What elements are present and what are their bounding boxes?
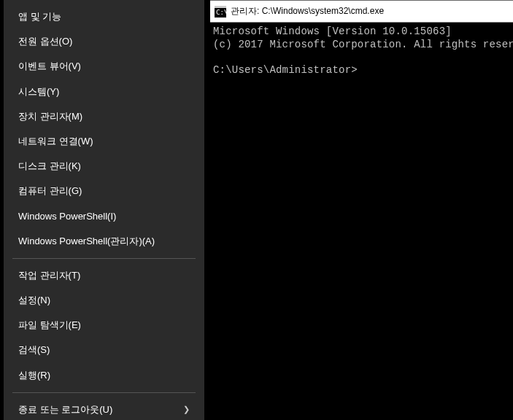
menu-label: 실행(R) bbox=[18, 369, 50, 382]
menu-label: 종료 또는 로그아웃(U) bbox=[18, 403, 112, 416]
menu-label: 전원 옵션(O) bbox=[18, 35, 72, 48]
menu-item-powershell-admin[interactable]: Windows PowerShell(관리자)(A) bbox=[4, 229, 204, 254]
menu-item-computer-management[interactable]: 컴퓨터 관리(G) bbox=[4, 179, 204, 203]
menu-item-shutdown-signout[interactable]: 종료 또는 로그아웃(U) ❯ bbox=[4, 397, 204, 420]
menu-label: 디스크 관리(K) bbox=[18, 160, 81, 173]
menu-label: 이벤트 뷰어(V) bbox=[18, 60, 81, 73]
menu-label: Windows PowerShell(관리자)(A) bbox=[18, 235, 155, 248]
menu-item-device-manager[interactable]: 장치 관리자(M) bbox=[4, 104, 204, 129]
menu-label: 검색(S) bbox=[18, 343, 50, 357]
menu-item-settings[interactable]: 설정(N) bbox=[4, 288, 204, 313]
cmd-window: C:\ 관리자: C:\Windows\system32\cmd.exe Mic… bbox=[210, 0, 513, 420]
menu-item-disk-management[interactable]: 디스크 관리(K) bbox=[4, 154, 204, 179]
cmd-titlebar[interactable]: C:\ 관리자: C:\Windows\system32\cmd.exe bbox=[210, 1, 513, 23]
menu-item-search[interactable]: 검색(S) bbox=[4, 338, 204, 362]
menu-label: 시스템(Y) bbox=[18, 85, 59, 98]
menu-item-powershell[interactable]: Windows PowerShell(I) bbox=[4, 204, 204, 229]
cmd-icon: C:\ bbox=[215, 6, 226, 18]
winx-menu: 앱 및 기능 전원 옵션(O) 이벤트 뷰어(V) 시스템(Y) 장치 관리자(… bbox=[4, 0, 204, 420]
menu-label: 장치 관리자(M) bbox=[18, 110, 82, 123]
menu-item-power-options[interactable]: 전원 옵션(O) bbox=[4, 29, 204, 54]
menu-item-file-explorer[interactable]: 파일 탐색기(E) bbox=[4, 313, 204, 338]
cmd-title: 관리자: C:\Windows\system32\cmd.exe bbox=[231, 5, 384, 18]
menu-separator bbox=[12, 392, 196, 393]
cmd-prompt: C:\Users\Administrator> bbox=[213, 64, 358, 76]
menu-label: 컴퓨터 관리(G) bbox=[18, 184, 82, 198]
chevron-right-icon: ❯ bbox=[183, 404, 190, 415]
svg-rect-1 bbox=[215, 6, 226, 8]
menu-item-network-connections[interactable]: 네트워크 연결(W) bbox=[4, 129, 204, 154]
menu-item-run[interactable]: 실행(R) bbox=[4, 363, 204, 388]
cmd-output[interactable]: Microsoft Windows [Version 10.0.15063] (… bbox=[210, 23, 513, 79]
menu-item-event-viewer[interactable]: 이벤트 뷰어(V) bbox=[4, 54, 204, 79]
menu-label: 설정(N) bbox=[18, 294, 50, 307]
menu-label: Windows PowerShell(I) bbox=[18, 210, 116, 223]
menu-label: 앱 및 기능 bbox=[18, 10, 61, 23]
cmd-line: Microsoft Windows [Version 10.0.15063] bbox=[213, 26, 452, 37]
menu-item-system[interactable]: 시스템(Y) bbox=[4, 79, 204, 104]
menu-label: 작업 관리자(T) bbox=[18, 269, 80, 282]
menu-label: 네트워크 연결(W) bbox=[18, 135, 93, 148]
menu-item-apps-features[interactable]: 앱 및 기능 bbox=[4, 4, 204, 29]
menu-separator bbox=[12, 258, 196, 259]
menu-item-task-manager[interactable]: 작업 관리자(T) bbox=[4, 263, 204, 288]
menu-label: 파일 탐색기(E) bbox=[18, 319, 81, 332]
svg-text:C:\: C:\ bbox=[216, 9, 226, 16]
cmd-line: (c) 2017 Microsoft Corporation. All righ… bbox=[213, 39, 513, 50]
